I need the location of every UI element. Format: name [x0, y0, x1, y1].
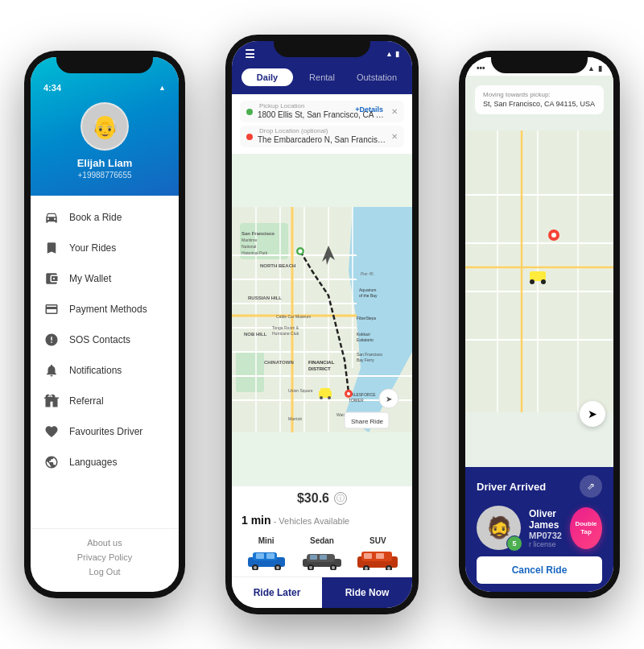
share-button[interactable]: ⇗ — [580, 475, 602, 498]
bookmark-icon — [43, 240, 60, 256]
sidebar-item-book-ride[interactable]: Book a Ride — [31, 202, 179, 233]
rating-badge: 5 — [506, 535, 522, 552]
driver-avatar-wrap: 🧔 5 — [477, 506, 521, 550]
svg-text:FINANCIAL: FINANCIAL — [308, 360, 335, 365]
menu-list: Book a Ride Your Rides My Wa — [31, 196, 179, 528]
svg-text:Estiatorio: Estiatorio — [357, 337, 374, 342]
ride-now-button[interactable]: Ride Now — [322, 577, 412, 608]
signal-icon: ▲ — [159, 84, 166, 92]
svg-text:of the Bay: of the Bay — [359, 293, 378, 298]
sidebar-item-your-rides[interactable]: Your Rides — [31, 233, 179, 263]
svg-rect-3 — [236, 352, 264, 392]
tab-rental[interactable]: Rental — [296, 68, 348, 86]
menu-label-payment-methods: Payment Methods — [69, 304, 147, 315]
vehicle-name-mini: Mini — [258, 536, 275, 545]
svg-rect-63 — [256, 553, 264, 559]
menu-label-favourites-driver: Favourites Driver — [69, 426, 142, 437]
svg-point-76 — [365, 567, 368, 570]
right-status-bar: ••• ▲ ▮ — [465, 57, 613, 76]
vehicle-name-suv: SUV — [369, 536, 386, 545]
car-icon — [43, 209, 60, 225]
wallet-icon — [43, 271, 60, 287]
phone-right: ••• ▲ ▮ — [459, 51, 620, 598]
svg-point-92 — [530, 279, 535, 284]
pickup-location-row[interactable]: Pickup Location 1800 Ellis St, San Franc… — [240, 101, 404, 122]
globe-icon — [43, 454, 60, 470]
driver-panel: Driver Arrived ⇗ 🧔 5 — [465, 467, 613, 592]
svg-text:National: National — [242, 244, 256, 249]
hamburger-button[interactable]: ☰ — [245, 48, 255, 60]
tab-outstation[interactable]: Outstation — [351, 68, 402, 86]
ride-tabs: Daily Rental Outstation — [232, 64, 412, 94]
driver-arrived-text: Driver Arrived — [477, 481, 546, 493]
pickup-info-overlay: Moving towards pickup: St, San Francisco… — [475, 85, 604, 114]
details-link[interactable]: +Details — [355, 105, 383, 114]
cancel-ride-button[interactable]: Cancel Ride — [477, 556, 602, 584]
user-phone: +19988776655 — [77, 171, 131, 180]
svg-point-95 — [551, 233, 556, 238]
vehicle-card-mini[interactable]: Mini — [245, 536, 288, 570]
sidebar-item-notifications[interactable]: Notifications — [31, 355, 179, 386]
svg-text:Kokkari: Kokkari — [357, 332, 370, 337]
driver-name: Oliver James — [529, 508, 562, 531]
info-icon[interactable]: ⓘ — [334, 492, 347, 505]
card-icon — [43, 301, 60, 317]
status-time-left: 4:34 — [43, 83, 61, 93]
about-us-link[interactable]: About us — [43, 535, 166, 550]
center-status-bar: ☰ 3:02 ▲ ▮ — [232, 41, 412, 64]
double-tap-badge[interactable]: DoubleTap — [570, 507, 602, 549]
drop-dot — [246, 134, 253, 140]
compass-button[interactable]: ➤ — [580, 401, 605, 427]
action-buttons: Ride Later Ride Now — [232, 577, 412, 608]
svg-text:Maritime: Maritime — [242, 238, 257, 242]
driver-text-info: Oliver James MP0732 r license — [529, 508, 562, 548]
svg-rect-64 — [266, 553, 275, 559]
vehicle-card-sedan[interactable]: Sedan — [300, 536, 344, 570]
drop-label: Drop Location (optional) — [259, 127, 328, 134]
log-out-link[interactable]: Log Out — [43, 564, 166, 579]
sidebar-item-languages[interactable]: Languages — [31, 447, 179, 477]
right-wifi-icon: ▲ — [588, 64, 595, 72]
sidebar-item-favourites-driver[interactable]: Favourites Driver — [31, 416, 179, 447]
svg-text:CHINATOWN: CHINATOWN — [264, 360, 294, 365]
phone-left: 4:34 ▲ 👴 Elijah Liam +19988776655 — [24, 51, 185, 598]
eta-value: 1 min — [242, 514, 271, 527]
svg-text:Cable Car Museum: Cable Car Museum — [276, 314, 311, 319]
map-area[interactable]: San Francisco Maritime National Historic… — [232, 154, 412, 486]
svg-text:Marriott: Marriott — [288, 416, 303, 421]
right-status-icons: ▲ ▮ — [588, 64, 602, 72]
ride-later-button[interactable]: Ride Later — [232, 577, 322, 608]
sidebar-item-my-wallet[interactable]: My Wallet — [31, 263, 179, 294]
menu-footer: About us Privacy Policy Log Out — [31, 528, 179, 592]
pickup-label: Pickup Location — [259, 102, 304, 110]
svg-point-47 — [347, 392, 350, 395]
svg-text:TOWER: TOWER — [349, 398, 364, 403]
pickup-dot — [246, 109, 253, 115]
menu-label-notifications: Notifications — [69, 365, 122, 376]
avatar: 👴 — [80, 102, 129, 151]
drop-location-row[interactable]: Drop Location (optional) The Embarcadero… — [240, 126, 404, 147]
phone-left-screen: 4:34 ▲ 👴 Elijah Liam +19988776655 — [31, 57, 179, 592]
right-phone-content: ••• ▲ ▮ — [465, 57, 613, 592]
svg-point-62 — [276, 566, 279, 569]
svg-text:DISTRICT: DISTRICT — [308, 366, 331, 371]
right-map-area[interactable]: Moving towards pickup: St, San Francisco… — [465, 76, 613, 467]
svg-point-60 — [254, 566, 257, 569]
privacy-policy-link[interactable]: Privacy Policy — [43, 550, 166, 564]
svg-text:NORTH BEACH: NORTH BEACH — [260, 263, 295, 268]
svg-point-45 — [299, 250, 303, 254]
vehicle-card-suv[interactable]: SUV — [356, 536, 399, 570]
center-status-icons: ▲ ▮ — [386, 50, 399, 58]
svg-text:San Francisco: San Francisco — [242, 231, 275, 236]
pickup-clear-btn[interactable]: ✕ — [391, 107, 398, 116]
wifi-icon: ▲ — [386, 50, 393, 58]
sidebar-item-payment-methods[interactable]: Payment Methods — [31, 294, 179, 324]
sidebar-item-referral[interactable]: Referral — [31, 386, 179, 416]
tab-daily[interactable]: Daily — [242, 68, 293, 86]
drop-clear-btn[interactable]: ✕ — [391, 132, 398, 141]
svg-rect-80 — [376, 553, 384, 559]
left-status-bar: 4:34 ▲ — [43, 83, 166, 93]
avatar-emoji: 👴 — [91, 114, 119, 140]
svg-rect-79 — [364, 553, 372, 559]
sidebar-item-sos-contacts[interactable]: SOS Contacts — [31, 324, 179, 355]
